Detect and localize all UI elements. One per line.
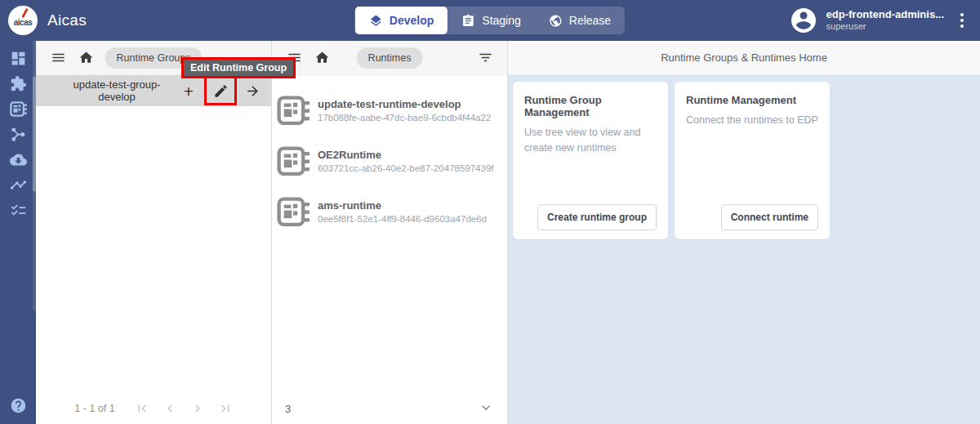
user-role: superuser bbox=[826, 21, 944, 33]
runtime-texts: ams-runtime 0ee5f8f1-52e1-4ff9-8446-d960… bbox=[318, 199, 487, 224]
checklist-icon[interactable] bbox=[9, 201, 27, 219]
edit-runtime-group-tooltip: Edit Runtime Group bbox=[181, 57, 296, 78]
runtime-board-icon bbox=[277, 197, 310, 227]
top-navbar: aicas Aicas Develop Staging Release edp-… bbox=[0, 0, 980, 41]
tab-release-label: Release bbox=[569, 14, 611, 27]
home-icon[interactable] bbox=[75, 47, 96, 69]
extension-icon[interactable] bbox=[9, 74, 27, 92]
last-page-icon[interactable] bbox=[218, 401, 233, 416]
runtime-board-icon[interactable] bbox=[9, 100, 27, 118]
kebab-menu-icon[interactable] bbox=[952, 8, 972, 33]
main-area: Runtime Groups & Runtimes Home Runtime G… bbox=[508, 41, 980, 424]
main-header: Runtime Groups & Runtimes Home bbox=[508, 41, 980, 75]
dashboard-icon[interactable] bbox=[9, 49, 27, 67]
tab-staging-label: Staging bbox=[482, 14, 520, 27]
runtimes-footer: 3 bbox=[272, 393, 507, 424]
runtime-texts: update-test-runtime-develop 17b088fe-aab… bbox=[318, 98, 491, 123]
group-row-label: update-test-group-develop bbox=[36, 78, 175, 103]
runtime-uuid: 17b088fe-aabe-47dc-bae9-6cbdb4f44a22 bbox=[318, 113, 491, 123]
menu-icon[interactable] bbox=[47, 47, 69, 69]
user-avatar-icon bbox=[789, 6, 818, 35]
left-sidebar bbox=[0, 41, 36, 424]
prev-page-icon[interactable] bbox=[163, 401, 177, 416]
runtime-uuid: 603721cc-ab26-40e2-be87-20478597439f bbox=[318, 163, 494, 173]
user-block[interactable]: edp-frontend-adminis... superuser bbox=[789, 6, 972, 35]
filter-list-icon[interactable] bbox=[474, 47, 496, 69]
logo-text: aicas bbox=[14, 18, 33, 27]
user-name: edp-frontend-adminis... bbox=[826, 8, 944, 21]
runtimes-panel: Runtimes update-test-runtime-develop 17b… bbox=[272, 41, 508, 424]
next-page-icon[interactable] bbox=[190, 401, 205, 416]
tab-develop-label: Develop bbox=[390, 14, 434, 27]
aicas-logo[interactable]: aicas bbox=[8, 6, 38, 35]
runtime-management-card: Runtime Management Connect the runtimes … bbox=[675, 82, 830, 239]
edit-group-button[interactable] bbox=[207, 77, 234, 105]
pencil-icon bbox=[213, 83, 229, 99]
tab-develop[interactable]: Develop bbox=[355, 7, 448, 34]
card-description: Connect the runtimes to EDP bbox=[686, 113, 818, 128]
runtime-uuid: 0ee5f8f1-52e1-4ff9-8446-d9603a47de6d bbox=[318, 214, 487, 224]
first-page-icon[interactable] bbox=[135, 401, 149, 416]
runtimes-count: 3 bbox=[285, 403, 291, 415]
runtime-name: ams-runtime bbox=[318, 199, 487, 212]
chevron-down-icon[interactable] bbox=[478, 399, 494, 418]
user-texts: edp-frontend-adminis... superuser bbox=[826, 8, 944, 33]
pipeline-hub-icon[interactable] bbox=[9, 125, 27, 143]
runtime-list-item[interactable]: OE2Runtime 603721cc-ab26-40e2-be87-20478… bbox=[272, 136, 507, 186]
main-body: Runtime Group Management Use tree view t… bbox=[508, 75, 980, 424]
tab-release[interactable]: Release bbox=[535, 7, 625, 34]
runtime-board-icon bbox=[277, 146, 310, 176]
logo-needle-icon bbox=[21, 8, 28, 18]
layers-icon bbox=[369, 14, 383, 28]
clipboard-icon bbox=[461, 14, 475, 28]
card-title: Runtime Group Management bbox=[524, 94, 657, 118]
arrow-right-icon bbox=[245, 83, 261, 99]
cloud-download-icon[interactable] bbox=[9, 150, 27, 168]
home-icon[interactable] bbox=[311, 47, 332, 69]
plus-icon: + bbox=[184, 83, 194, 100]
runtime-texts: OE2Runtime 603721cc-ab26-40e2-be87-20478… bbox=[318, 149, 494, 173]
runtime-name: OE2Runtime bbox=[318, 149, 494, 161]
runtime-name: update-test-runtime-develop bbox=[318, 98, 491, 110]
groups-pagination: 1 - 1 of 1 bbox=[36, 393, 271, 424]
runtimes-chip[interactable]: Runtimes bbox=[357, 47, 423, 69]
create-runtime-group-button[interactable]: Create runtime group bbox=[537, 204, 657, 230]
runtimes-panel-header: Runtimes bbox=[272, 41, 507, 75]
runtime-list: update-test-runtime-develop 17b088fe-aab… bbox=[272, 75, 507, 237]
environment-switcher: Develop Staging Release bbox=[355, 7, 625, 34]
pagination-range-label: 1 - 1 of 1 bbox=[74, 403, 114, 414]
main-header-title: Runtime Groups & Runtimes Home bbox=[661, 51, 827, 64]
group-row[interactable]: update-test-group-develop + bbox=[36, 75, 271, 106]
globe-icon bbox=[549, 14, 563, 28]
card-title: Runtime Management bbox=[686, 94, 818, 106]
add-runtime-button[interactable]: + bbox=[175, 77, 203, 105]
annotation-highlight-box bbox=[204, 76, 237, 105]
runtime-list-item[interactable]: update-test-runtime-develop 17b088fe-aab… bbox=[272, 85, 507, 136]
open-group-button[interactable] bbox=[238, 77, 266, 105]
tab-staging[interactable]: Staging bbox=[448, 7, 534, 34]
connect-runtime-button[interactable]: Connect runtime bbox=[721, 204, 818, 230]
pagination-controls bbox=[135, 401, 233, 416]
runtime-list-item[interactable]: ams-runtime 0ee5f8f1-52e1-4ff9-8446-d960… bbox=[272, 186, 507, 237]
runtime-board-icon bbox=[277, 96, 310, 126]
runtime-groups-panel: Runtime Groups update-test-group-develop… bbox=[36, 41, 272, 424]
help-icon[interactable] bbox=[9, 396, 27, 414]
app-title: Aicas bbox=[47, 11, 87, 29]
group-row-actions: + bbox=[175, 76, 266, 105]
card-description: Use tree view to view and create new run… bbox=[524, 125, 657, 156]
timeline-icon[interactable] bbox=[9, 176, 27, 194]
runtime-group-management-card: Runtime Group Management Use tree view t… bbox=[513, 82, 668, 239]
